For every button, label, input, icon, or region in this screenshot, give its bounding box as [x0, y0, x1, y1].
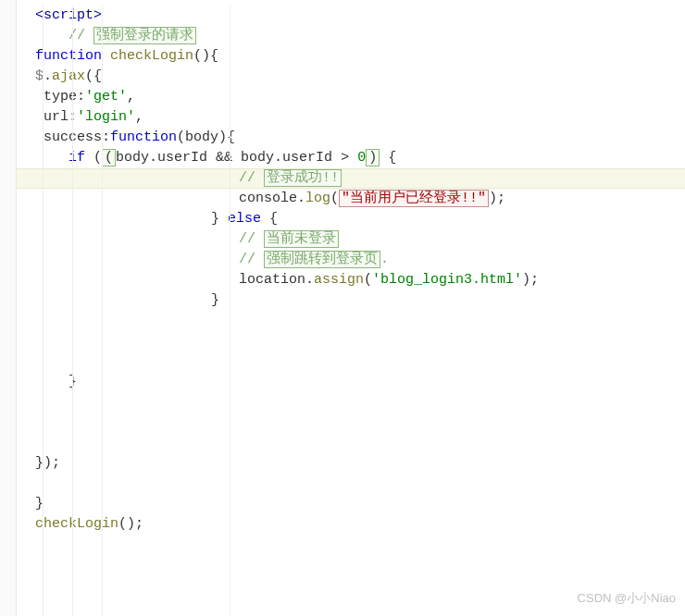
- code-line: [35, 392, 685, 413]
- obj: console: [239, 191, 297, 206]
- code-line: if ((body.userId && body.userId > 0) {: [35, 148, 685, 168]
- watermark: CSDN @小小Niao: [578, 588, 676, 609]
- code-line: [35, 433, 685, 453]
- string: 'blog_login3.html': [372, 272, 522, 288]
- paren: );: [489, 191, 505, 206]
- string: 'login': [77, 109, 135, 125]
- dot: .: [297, 191, 305, 206]
- brace: }: [68, 374, 77, 389]
- gutter: [0, 0, 17, 616]
- close: });: [35, 455, 60, 471]
- string: 'get': [85, 89, 127, 105]
- kw-function: function: [35, 48, 102, 64]
- op: &&: [207, 150, 241, 166]
- comment-text: 登录成功!!: [264, 169, 342, 187]
- kw-function: function: [110, 129, 177, 145]
- paren: ): [218, 129, 227, 145]
- dot: .: [44, 68, 52, 84]
- code-line: $.ajax({: [35, 67, 685, 87]
- code-line: [35, 331, 685, 351]
- code-line: url:'login',: [35, 107, 685, 128]
- brace: }: [211, 292, 219, 308]
- string: "当前用户已经登录!!": [339, 190, 489, 207]
- num: 0: [357, 150, 366, 166]
- colon: :: [68, 109, 77, 125]
- code-line: // 强制跳转到登录页.: [35, 250, 685, 270]
- comma: ,: [127, 89, 135, 105]
- code-line: } else {: [35, 209, 685, 229]
- kw-if: if: [68, 150, 85, 166]
- code-line: function checkLogin(){: [35, 46, 685, 67]
- kw-else: else: [219, 211, 269, 227]
- paren-hl: ): [366, 149, 380, 166]
- comment-tail: .: [380, 252, 389, 267]
- brace: {: [93, 68, 102, 84]
- param: body: [185, 129, 218, 145]
- comment-text: 强制跳转到登录页: [264, 251, 380, 268]
- comment-text: 当前未登录: [264, 230, 339, 248]
- code-line: success:function(body){: [35, 128, 685, 148]
- script-tag: <script>: [35, 7, 102, 23]
- brace: {: [227, 129, 235, 145]
- comment-slash: //: [239, 252, 264, 267]
- paren: (: [330, 191, 339, 206]
- code-line: checkLogin();: [35, 514, 685, 535]
- brace: {: [210, 48, 218, 64]
- colon: :: [77, 89, 85, 105]
- fn-assign: assign: [314, 272, 364, 288]
- obj: location: [239, 272, 305, 288]
- prop: success: [35, 129, 102, 145]
- paren-hl: (: [102, 149, 116, 166]
- comment-slash: //: [68, 28, 93, 43]
- call-end: ();: [118, 516, 143, 532]
- code-line: }: [35, 494, 685, 514]
- brace: {: [269, 211, 278, 227]
- paren: );: [522, 272, 539, 288]
- comma: ,: [135, 109, 143, 125]
- prop: type: [35, 89, 77, 105]
- brace: }: [35, 496, 44, 511]
- code-area: <script> // 强制登录的请求 function checkLogin(…: [0, 0, 685, 535]
- code-line: <script>: [35, 6, 685, 26]
- code-line: [35, 413, 685, 433]
- paren: (: [364, 272, 372, 288]
- brace: {: [380, 150, 396, 166]
- expr: body.userId: [241, 150, 332, 166]
- prop: url: [35, 109, 68, 125]
- code-line: }: [35, 290, 685, 311]
- code-line: });: [35, 453, 685, 474]
- comment-slash: //: [239, 170, 264, 186]
- code-line: location.assign('blog_login3.html');: [35, 270, 685, 290]
- colon: :: [102, 129, 110, 145]
- fn-call: checkLogin: [35, 516, 118, 532]
- dot: .: [305, 272, 314, 288]
- code-line: // 登录成功!!: [35, 168, 685, 189]
- paren: (: [85, 68, 93, 84]
- code-line: type:'get',: [35, 87, 685, 107]
- code-line: [35, 351, 685, 372]
- fn-name: checkLogin: [110, 48, 193, 64]
- expr: body.userId: [116, 150, 207, 166]
- fn-log: log: [305, 191, 330, 206]
- code-line: }: [35, 372, 685, 392]
- code-line: // 强制登录的请求: [35, 26, 685, 46]
- code-line: [35, 311, 685, 331]
- code-line: // 当前未登录: [35, 229, 685, 250]
- code-line: console.log("当前用户已经登录!!");: [35, 189, 685, 209]
- code-line: [35, 474, 685, 494]
- fn-ajax: ajax: [52, 68, 85, 84]
- parens: (): [193, 48, 210, 64]
- op: >: [332, 150, 357, 166]
- comment-slash: //: [239, 231, 264, 247]
- jquery: $: [35, 68, 44, 84]
- brace: }: [211, 211, 219, 227]
- paren: (: [177, 129, 185, 145]
- comment-text: 强制登录的请求: [93, 27, 196, 44]
- paren: (: [85, 150, 102, 166]
